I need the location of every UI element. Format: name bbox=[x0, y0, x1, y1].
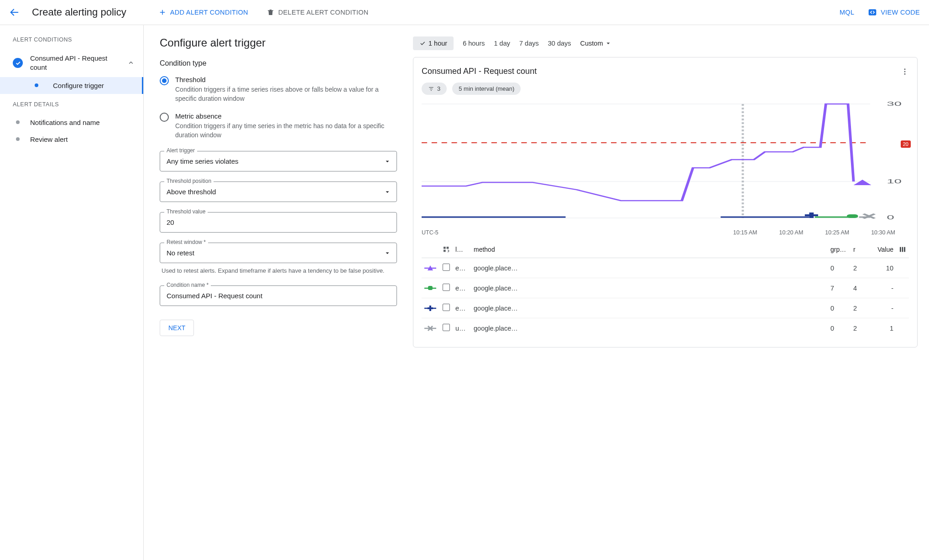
caret-down-icon bbox=[385, 250, 390, 256]
sidebar: ALERT CONDITIONS Consumed API - Request … bbox=[0, 25, 144, 560]
next-label: NEXT bbox=[168, 324, 185, 332]
chart[interactable]: 30 10 0 bbox=[422, 99, 909, 225]
mql-button[interactable]: MQL bbox=[840, 9, 854, 16]
series-marker-icon bbox=[422, 318, 440, 338]
threshold-badge: 20 bbox=[901, 140, 911, 148]
row-grp: 0 bbox=[828, 298, 851, 318]
th-grp: grp… bbox=[828, 241, 851, 258]
grey-dot-icon bbox=[16, 137, 20, 141]
filter-chip[interactable]: 3 bbox=[422, 83, 447, 95]
x-tick: 10:25 AM bbox=[825, 229, 849, 236]
delete-condition-label: DELETE ALERT CONDITION bbox=[278, 9, 369, 16]
svg-text:30: 30 bbox=[887, 101, 901, 107]
time-range-1day[interactable]: 1 day bbox=[494, 40, 510, 47]
table-row[interactable]: u…google.place…021 bbox=[422, 318, 909, 338]
time-range-7days[interactable]: 7 days bbox=[519, 40, 539, 47]
trash-icon bbox=[266, 8, 275, 16]
sidebar-item-configure-trigger[interactable]: Configure trigger bbox=[0, 77, 143, 94]
svg-rect-23 bbox=[428, 286, 433, 290]
sidebar-item-review-alert[interactable]: Review alert bbox=[0, 131, 143, 148]
filter-count: 3 bbox=[437, 85, 440, 92]
svg-point-2 bbox=[904, 71, 906, 72]
check-circle-icon bbox=[13, 58, 23, 68]
radio-threshold[interactable]: Threshold Condition triggers if a time s… bbox=[160, 76, 397, 103]
svg-point-3 bbox=[904, 73, 906, 74]
series-marker-icon bbox=[422, 298, 440, 318]
time-range-6hours[interactable]: 6 hours bbox=[463, 40, 485, 47]
caret-down-icon bbox=[605, 41, 611, 46]
caret-down-icon bbox=[385, 159, 390, 164]
delete-alert-condition-button[interactable]: DELETE ALERT CONDITION bbox=[266, 8, 369, 16]
more-icon[interactable] bbox=[901, 67, 909, 76]
alert-conditions-heading: ALERT CONDITIONS bbox=[0, 36, 143, 49]
interval-label: 5 min interval (mean) bbox=[459, 85, 514, 92]
time-range-custom[interactable]: Custom bbox=[580, 40, 611, 47]
row-r: 2 bbox=[851, 318, 864, 338]
row-r: 4 bbox=[851, 278, 864, 298]
time-range-30days[interactable]: 30 days bbox=[548, 40, 571, 47]
row-r: 2 bbox=[851, 258, 864, 278]
row-value: 1 bbox=[864, 318, 896, 338]
view-code-button[interactable]: VIEW CODE bbox=[868, 8, 920, 17]
svg-rect-16 bbox=[444, 250, 446, 252]
mql-label: MQL bbox=[840, 9, 854, 16]
threshold-value-input[interactable]: Threshold value 20 bbox=[160, 212, 397, 233]
svg-rect-13 bbox=[847, 214, 858, 218]
code-icon bbox=[868, 8, 877, 17]
svg-rect-15 bbox=[447, 247, 449, 249]
svg-rect-18 bbox=[902, 247, 903, 252]
svg-point-1 bbox=[904, 68, 906, 70]
retest-window-select[interactable]: Retest window * No retest Used to retest… bbox=[160, 243, 397, 275]
section-title: Configure alert trigger bbox=[160, 36, 397, 49]
table-row[interactable]: e…google.place…02- bbox=[422, 298, 909, 318]
review-alert-label: Review alert bbox=[30, 135, 68, 143]
radio-icon bbox=[160, 113, 169, 122]
threshold-position-select[interactable]: Threshold position Above threshold bbox=[160, 181, 397, 202]
row-checkbox[interactable] bbox=[443, 264, 450, 271]
table-row[interactable]: e…google.place…74- bbox=[422, 278, 909, 298]
row-grp: 0 bbox=[828, 258, 851, 278]
caret-down-icon bbox=[385, 189, 390, 195]
threshold-position-label: Threshold position bbox=[164, 178, 214, 184]
retest-helper-text: Used to retest alerts. Expand timeframe … bbox=[162, 267, 395, 275]
row-checkbox[interactable] bbox=[443, 284, 450, 291]
columns-icon[interactable] bbox=[896, 241, 909, 258]
alert-details-heading: ALERT DETAILS bbox=[0, 94, 143, 114]
row-method: google.place… bbox=[471, 298, 828, 318]
row-l: e… bbox=[453, 298, 471, 318]
th-l: l… bbox=[453, 241, 471, 258]
page-title: Create alerting policy bbox=[32, 6, 126, 18]
threshold-radio-label: Threshold bbox=[175, 76, 397, 83]
back-icon[interactable] bbox=[9, 7, 19, 17]
threshold-radio-desc: Condition triggers if a time series rise… bbox=[175, 85, 397, 103]
threshold-value: 20 bbox=[167, 218, 174, 226]
alert-trigger-select[interactable]: Alert trigger Any time series violates bbox=[160, 151, 397, 171]
filter-icon bbox=[428, 86, 434, 92]
sidebar-item-notifications[interactable]: Notifications and name bbox=[0, 114, 143, 131]
alert-trigger-value: Any time series violates bbox=[167, 157, 239, 165]
condition-name-input[interactable]: Condition name * Consumed API - Request … bbox=[160, 285, 397, 306]
row-checkbox[interactable] bbox=[443, 324, 450, 331]
chart-title: Consumed API - Request count bbox=[422, 67, 537, 76]
svg-text:0: 0 bbox=[887, 214, 894, 220]
row-checkbox[interactable] bbox=[443, 304, 450, 311]
row-method: google.place… bbox=[471, 318, 828, 338]
next-button[interactable]: NEXT bbox=[160, 320, 194, 336]
sidebar-item-condition[interactable]: Consumed API - Request count bbox=[0, 49, 143, 77]
radio-metric-absence[interactable]: Metric absence Condition triggers if any… bbox=[160, 112, 397, 140]
absence-radio-label: Metric absence bbox=[175, 112, 397, 120]
table-row[interactable]: e…google.place…0210 bbox=[422, 258, 909, 278]
plus-icon bbox=[158, 8, 167, 16]
threshold-value-label: Threshold value bbox=[164, 208, 208, 215]
time-range-1hour[interactable]: 1 hour bbox=[413, 36, 454, 50]
row-value: - bbox=[864, 298, 896, 318]
legend-settings-icon[interactable] bbox=[440, 241, 453, 258]
x-tick: 10:20 AM bbox=[779, 229, 804, 236]
custom-label: Custom bbox=[580, 40, 603, 47]
row-method: google.place… bbox=[471, 278, 828, 298]
row-value: - bbox=[864, 278, 896, 298]
th-r: r bbox=[851, 241, 864, 258]
svg-text:10: 10 bbox=[887, 178, 901, 184]
interval-chip[interactable]: 5 min interval (mean) bbox=[452, 83, 521, 95]
add-alert-condition-button[interactable]: ADD ALERT CONDITION bbox=[158, 8, 248, 16]
